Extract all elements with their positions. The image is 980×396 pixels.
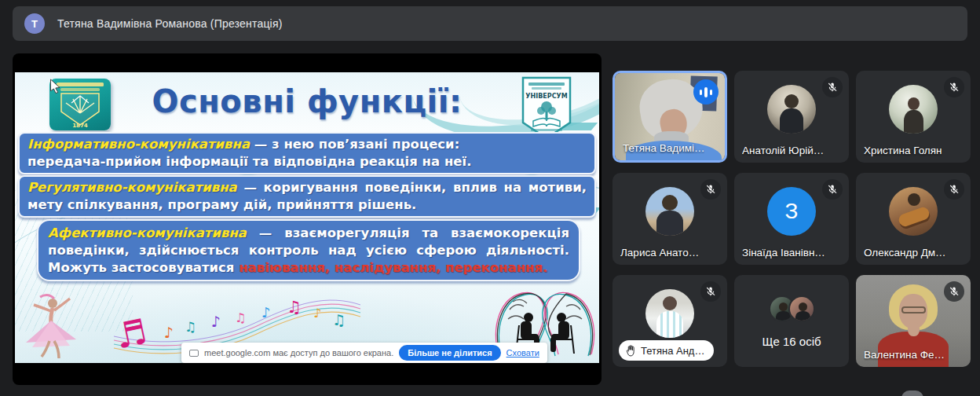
participant-avatar [889,85,938,134]
slide-bullet-informative: Інформативно-комунікативна — з нею пов’я… [18,132,596,174]
participant-avatar [645,187,694,236]
mic-muted-icon [822,77,843,97]
svg-text:♪: ♪ [164,324,174,341]
overflow-avatars [734,295,849,322]
participant-name: Христина Голян [864,145,942,156]
video-person [908,322,920,336]
more-participants-tile[interactable]: Ще 16 осіб [734,275,849,367]
raised-hand-icon [626,345,636,357]
participant-name: Валентина Фе… [864,349,945,361]
svg-text:♫: ♫ [235,310,246,325]
svg-text:♪: ♪ [313,306,321,321]
svg-text:♪: ♪ [211,313,221,330]
participant-tile-khrystyna[interactable]: Христина Голян [856,71,971,163]
participant-tile-larysa[interactable]: Лариса Анато… [612,173,727,265]
screen-share-banner: meet.google.com має доступ до вашого екр… [181,343,547,363]
share-banner-message: meet.google.com має доступ до вашого екр… [204,348,393,358]
speaking-indicator-icon [693,79,719,104]
hide-banner-link[interactable]: Сховати [506,348,539,358]
video-person [901,306,926,314]
screen-icon [189,350,199,357]
participant-name: Олександр Дм… [864,247,946,258]
mic-muted-icon [822,179,843,200]
bullet-highlight: навіювання, наслідування, переконання. [239,260,547,275]
mic-muted-icon [700,281,721,302]
svg-text:♫: ♫ [185,319,196,335]
participants-grid: Тетяна Вадимі… Анатолій Юрій… [612,71,971,367]
participant-tile-valentyna[interactable]: Валентина Фе… [856,275,971,367]
slide-bullet-regulative: Регулятивно-комунікативна — коригування … [18,175,596,218]
slide-bullet-affective: Афективно-комунікативна — взаєморегуляці… [37,219,580,281]
mic-muted-icon [944,179,964,200]
more-participants-label: Ще 16 осіб [734,335,849,348]
participant-tile-tetiana-a[interactable]: Тетяна Анд… [612,275,727,367]
presentation-slide: 1874 Основні функції: УНІВЕРСУМ [15,72,599,363]
ballerina-art [18,291,90,360]
participant-tile-oleksandr[interactable]: Олександр Дм… [856,173,971,265]
participant-name: Тетяна Вадимі… [623,142,704,154]
svg-text:♪: ♪ [261,304,271,321]
stop-sharing-button[interactable]: Більше не ділитися [399,345,500,361]
svg-text:♫: ♫ [287,298,302,317]
participant-tile-tetiana-v[interactable]: Тетяна Вадимі… [612,71,727,163]
raised-hand-badge: Тетяна Анд… [619,340,714,361]
participant-tile-zinaida[interactable]: З Зінаїда Іванівн… [734,173,849,265]
emblem-year: 1874 [72,123,88,129]
participant-name: Лариса Анато… [620,247,699,258]
svg-text:♫: ♫ [332,311,346,328]
bullet-term: Регулятивно-комунікативна [27,180,237,195]
presenter-avatar-initial: T [31,18,38,30]
partial-tile-icon [901,390,923,396]
participant-avatar [645,289,694,338]
participant-avatar [788,295,815,322]
participant-name: Анатолій Юрій… [742,145,824,156]
svg-text:♬: ♬ [112,311,150,357]
mic-muted-icon [944,281,964,302]
participant-name: Зінаїда Іванівн… [742,247,825,258]
mic-muted-icon [944,77,964,97]
bullet-term: Афективно-комунікативна [48,226,247,240]
presenter-banner-title: Тетяна Вадимівна Романова (Презентація) [57,17,283,30]
screenshare-area[interactable]: 1874 Основні функції: УНІВЕРСУМ [13,53,602,385]
slide-title: Основні функції: [15,83,599,119]
participant-avatar [767,85,816,134]
participant-avatar [889,187,938,236]
participant-avatar-initial: З [767,187,816,236]
avatar-letter: З [785,199,799,224]
presenter-banner: T Тетяна Вадимівна Романова (Презентація… [13,6,967,41]
participant-tile-anatolii[interactable]: Анатолій Юрій… [734,71,849,163]
meet-window: T Тетяна Вадимівна Романова (Презентація… [0,0,980,396]
presenter-avatar: T [24,13,45,34]
participant-name: Тетяна Анд… [641,345,704,357]
universum-label: УНІВЕРСУМ [525,93,567,100]
mic-muted-icon [700,179,721,200]
bullet-term: Інформативно-комунікативна [27,137,250,152]
